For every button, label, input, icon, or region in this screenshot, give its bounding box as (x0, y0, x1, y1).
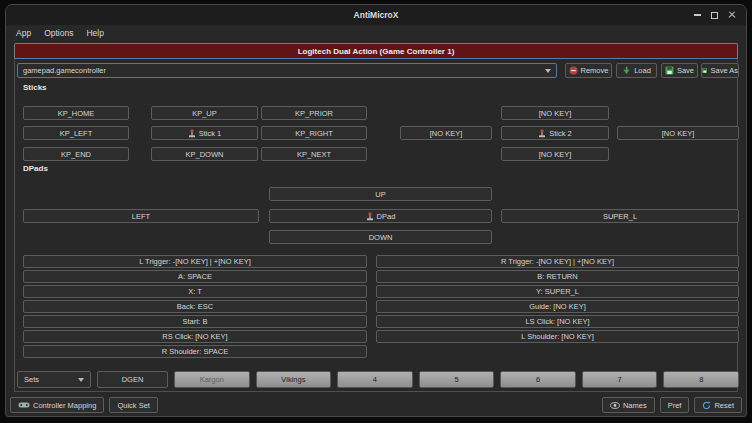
dropdown-arrow-icon (545, 69, 551, 73)
stick1-label: Stick 1 (199, 129, 222, 138)
close-icon[interactable] (728, 11, 736, 19)
window-title: AntiMicroX (354, 10, 399, 20)
set-tabs: Kargon Vikings 4 5 6 7 8 (174, 371, 739, 388)
dpad-right-button[interactable]: SUPER_L (501, 209, 739, 223)
set-tab-kargon[interactable]: Kargon (174, 371, 250, 388)
x-button[interactable]: X: T (23, 285, 367, 298)
dpad-up-button[interactable]: UP (269, 187, 492, 201)
set-tab-5[interactable]: 5 (419, 371, 495, 388)
dpads-section-label: DPads (23, 164, 48, 173)
r-trigger-button[interactable]: R Trigger: -[NO KEY] | +[NO KEY] (376, 255, 739, 268)
controller-tab[interactable]: Logitech Dual Action (Game Controller 1) (14, 43, 738, 58)
rs-click-button[interactable]: RS Click: [NO KEY] (23, 330, 367, 343)
save-label: Save (677, 66, 694, 75)
stick2-up-button[interactable]: [NO KEY] (501, 106, 609, 120)
gamepad-icon (18, 401, 30, 409)
sets-selector-label: Sets (24, 375, 39, 384)
stick2-center-button[interactable]: Stick 2 (501, 126, 609, 140)
start-button[interactable]: Start: B (23, 315, 367, 328)
back-button[interactable]: Back: ESC (23, 300, 367, 313)
r-shoulder-button[interactable]: R Shoulder: SPACE (23, 345, 367, 358)
screen: AntiMicroX App Options Help Logitech Dua… (0, 0, 752, 423)
controller-mapping-button[interactable]: Controller Mapping (10, 397, 104, 413)
pref-label: Pref (668, 401, 682, 410)
eye-icon (610, 402, 620, 409)
ls-click-button[interactable]: LS Click: [NO KEY] (376, 315, 739, 328)
set-tab-6[interactable]: 6 (500, 371, 576, 388)
controller-tabstrip: Logitech Dual Action (Game Controller 1) (14, 43, 738, 58)
dpad-left-button[interactable]: LEFT (23, 209, 259, 223)
sets-arrow-icon (78, 378, 84, 382)
sticks-section-label: Sticks (23, 83, 47, 92)
save-icon (665, 66, 674, 75)
stick1-up-right-button[interactable]: KP_PRIOR (261, 106, 367, 120)
stick2-left-button[interactable]: [NO KEY] (400, 126, 492, 140)
controller-tab-pane: gamepad.gamecontroller Remove Load Save … (14, 58, 738, 392)
app-window: AntiMicroX App Options Help Logitech Dua… (5, 4, 747, 417)
stick1-up-left-button[interactable]: KP_HOME (23, 106, 129, 120)
stick2-down-button[interactable]: [NO KEY] (501, 147, 609, 161)
footer-bar: Controller Mapping Quick Set Names Pref … (10, 397, 742, 413)
set-tab-8[interactable]: 8 (663, 371, 739, 388)
stick1-up-button[interactable]: KP_UP (151, 106, 258, 120)
quick-set-button[interactable]: Quick Set (109, 397, 158, 413)
dpad-down-button[interactable]: DOWN (269, 230, 492, 244)
sets-selector-button[interactable]: Sets (17, 371, 91, 388)
save-as-icon (702, 66, 707, 75)
footer-left-group: Controller Mapping Quick Set (10, 397, 158, 413)
stick2-right-button[interactable]: [NO KEY] (617, 126, 739, 140)
menu-options[interactable]: Options (38, 27, 79, 39)
joystick-icon (538, 129, 546, 138)
joystick-icon (366, 212, 374, 221)
minimize-icon[interactable] (694, 14, 701, 16)
save-as-label: Save As (710, 66, 738, 75)
stick1-down-right-button[interactable]: KP_NEXT (261, 147, 367, 161)
profile-combobox-value: gamepad.gamecontroller (23, 66, 106, 75)
reset-label: Reset (714, 401, 734, 410)
load-label: Load (634, 66, 651, 75)
dpad-label: DPad (377, 212, 396, 221)
remove-icon (569, 66, 578, 75)
remove-profile-button[interactable]: Remove (565, 63, 612, 78)
names-button[interactable]: Names (602, 397, 655, 413)
pref-button[interactable]: Pref (660, 397, 690, 413)
a-button[interactable]: A: SPACE (23, 270, 367, 283)
l-trigger-button[interactable]: L Trigger: -[NO KEY] | +[NO KEY] (23, 255, 367, 268)
titlebar[interactable]: AntiMicroX (6, 5, 746, 25)
names-label: Names (623, 401, 647, 410)
footer-right-group: Names Pref Reset (602, 397, 742, 413)
stick1-right-button[interactable]: KP_RIGHT (261, 126, 367, 140)
set-tab-vikings[interactable]: Vikings (256, 371, 332, 388)
profile-combobox[interactable]: gamepad.gamecontroller (17, 63, 557, 78)
stick1-left-button[interactable]: KP_LEFT (23, 126, 129, 140)
y-button[interactable]: Y: SUPER_L (376, 285, 739, 298)
stick1-down-button[interactable]: KP_DOWN (151, 147, 258, 161)
stick1-down-left-button[interactable]: KP_END (23, 147, 129, 161)
save-profile-button[interactable]: Save (661, 63, 698, 78)
stick2-label: Stick 2 (549, 129, 572, 138)
l-shoulder-button[interactable]: L Shoulder: [NO KEY] (376, 330, 739, 343)
stick1-center-button[interactable]: Stick 1 (151, 126, 258, 140)
save-as-profile-button[interactable]: Save As (701, 63, 739, 78)
window-controls (694, 5, 736, 25)
maximize-icon[interactable] (711, 12, 718, 19)
menu-app[interactable]: App (10, 27, 37, 39)
menu-help[interactable]: Help (80, 27, 109, 39)
joystick-icon (188, 129, 196, 138)
load-profile-button[interactable]: Load (616, 63, 657, 78)
reset-button[interactable]: Reset (694, 397, 742, 413)
dpad-center-button[interactable]: DPad (269, 209, 492, 223)
set-tab-4[interactable]: 4 (337, 371, 413, 388)
remove-label: Remove (581, 66, 609, 75)
guide-button[interactable]: Guide: [NO KEY] (376, 300, 739, 313)
load-icon (622, 66, 631, 75)
menubar: App Options Help (6, 25, 746, 41)
set-tab-dgen[interactable]: DGEN (97, 371, 168, 388)
refresh-icon (702, 401, 711, 410)
quick-set-label: Quick Set (117, 401, 150, 410)
controller-mapping-label: Controller Mapping (33, 401, 96, 410)
set-tab-7[interactable]: 7 (582, 371, 658, 388)
b-button[interactable]: B: RETURN (376, 270, 739, 283)
